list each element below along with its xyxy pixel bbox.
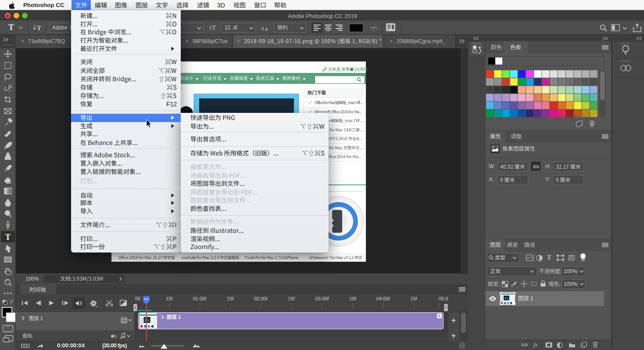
svg-text:a: a	[265, 25, 268, 31]
svg-text:T: T	[5, 233, 11, 242]
svg-text:T: T	[212, 24, 216, 31]
svg-text:T: T	[37, 25, 41, 32]
svg-text:T: T	[372, 25, 376, 32]
svg-text:Ps: Ps	[145, 318, 150, 323]
svg-text:a: a	[261, 25, 264, 31]
